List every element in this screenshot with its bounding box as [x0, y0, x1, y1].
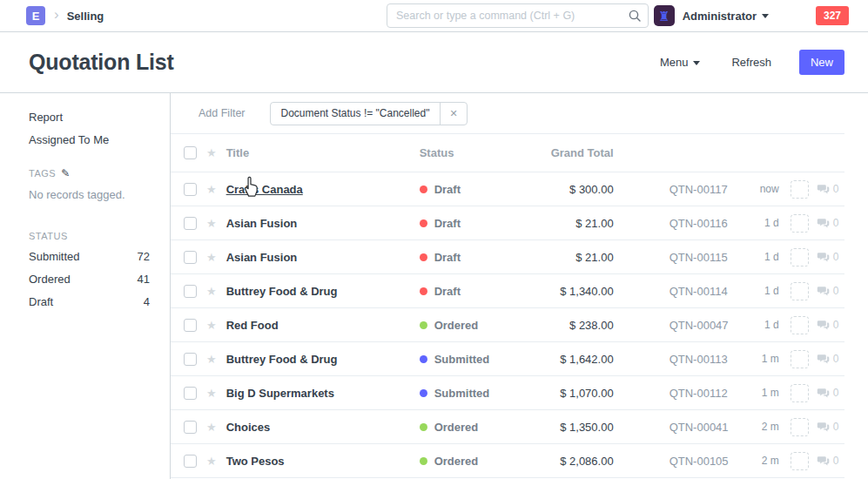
- table-row[interactable]: ★ Buttrey Food & Drug Submitted $ 1,642.…: [171, 342, 844, 376]
- row-checkbox[interactable]: [184, 251, 197, 264]
- comment-count: 0: [833, 183, 839, 195]
- status-dot-icon: [420, 321, 427, 329]
- status-indicator: Submitted: [420, 353, 535, 366]
- modified-time: 1 d: [730, 319, 779, 331]
- quotation-id-link[interactable]: QTN-00041: [670, 421, 730, 434]
- quotation-id-link[interactable]: QTN-00115: [670, 251, 730, 264]
- status-label: Ordered: [434, 455, 479, 468]
- status-label: Ordered: [434, 421, 479, 434]
- row-checkbox[interactable]: [184, 387, 197, 400]
- status-label: Ordered: [434, 319, 479, 332]
- breadcrumb[interactable]: Selling: [67, 10, 104, 23]
- global-search: [387, 3, 649, 28]
- table-row[interactable]: ★ Big D Supermarkets Submitted $ 1,070.0…: [171, 376, 844, 410]
- assignment-placeholder[interactable]: [791, 452, 809, 470]
- remove-filter-icon[interactable]: ✕: [440, 103, 466, 125]
- star-icon[interactable]: ★: [206, 184, 217, 195]
- comment-count: 0: [833, 285, 839, 297]
- row-checkbox[interactable]: [184, 217, 197, 230]
- star-icon[interactable]: ★: [206, 218, 217, 229]
- sidebar-status-submitted[interactable]: Submitted 72: [29, 250, 150, 263]
- star-icon[interactable]: ★: [206, 388, 217, 399]
- row-checkbox[interactable]: [184, 285, 197, 298]
- assignment-placeholder[interactable]: [791, 418, 809, 436]
- star-icon[interactable]: ★: [206, 320, 217, 331]
- row-checkbox[interactable]: [184, 319, 197, 332]
- sidebar-item-assigned-to-me[interactable]: Assigned To Me: [29, 133, 149, 146]
- navbar: E › Selling ♜ Administrator 327: [0, 0, 868, 32]
- app-logo[interactable]: E: [26, 6, 45, 25]
- table-row[interactable]: ★ Choices Ordered $ 1,350.00 QTN-00041 2…: [171, 410, 844, 444]
- row-checkbox[interactable]: [184, 183, 197, 196]
- status-dot-icon: [420, 287, 427, 295]
- row-title-link[interactable]: Asian Fusion: [226, 217, 298, 230]
- quotation-id-link[interactable]: QTN-00114: [670, 285, 730, 298]
- table-row[interactable]: ★ Crafts Canada Draft $ 300.00 QTN-00117…: [171, 172, 844, 206]
- assignment-placeholder[interactable]: [791, 384, 809, 402]
- modified-time: now: [730, 183, 779, 195]
- row-title-link[interactable]: Red Food: [226, 319, 279, 332]
- grand-total-value: $ 1,070.00: [535, 387, 614, 400]
- row-title-link[interactable]: Choices: [226, 421, 271, 434]
- user-avatar[interactable]: ♜: [654, 5, 675, 26]
- add-filter-button[interactable]: Add Filter: [198, 107, 246, 119]
- quotation-id-link[interactable]: QTN-00105: [670, 455, 730, 468]
- row-title-link[interactable]: Two Pesos: [226, 455, 285, 468]
- quotation-id-link[interactable]: QTN-00117: [670, 183, 730, 196]
- status-dot-icon: [420, 389, 427, 397]
- quotation-id-link[interactable]: QTN-00047: [670, 319, 730, 332]
- sidebar-status-ordered[interactable]: Ordered 41: [29, 273, 150, 286]
- status-dot-icon: [420, 219, 427, 227]
- menu-button[interactable]: Menu: [660, 56, 701, 69]
- list-rows: ★ Crafts Canada Draft $ 300.00 QTN-00117…: [171, 172, 844, 478]
- status-label: Draft: [434, 217, 461, 230]
- search-input[interactable]: [387, 3, 649, 28]
- quotation-id-link[interactable]: QTN-00113: [670, 353, 730, 366]
- tags-empty-text: No records tagged.: [29, 188, 149, 201]
- star-icon[interactable]: ★: [206, 286, 217, 297]
- filter-chip-label[interactable]: Document Status != "Cancelled": [271, 103, 441, 125]
- comment-icon: [817, 455, 830, 467]
- row-title-link[interactable]: Asian Fusion: [226, 251, 298, 264]
- row-title-link[interactable]: Crafts Canada: [226, 183, 303, 196]
- row-checkbox[interactable]: [184, 455, 197, 468]
- table-row[interactable]: ★ Two Pesos Ordered $ 2,086.00 QTN-00105…: [171, 444, 844, 478]
- assignment-placeholder[interactable]: [791, 248, 809, 266]
- assignment-placeholder[interactable]: [791, 282, 809, 300]
- table-row[interactable]: ★ Buttrey Food & Drug Draft $ 1,340.00 Q…: [171, 274, 844, 308]
- row-title-link[interactable]: Buttrey Food & Drug: [226, 285, 338, 298]
- assignment-placeholder[interactable]: [791, 350, 809, 368]
- star-icon[interactable]: ★: [206, 252, 217, 263]
- notification-badge[interactable]: 327: [816, 6, 849, 25]
- assignment-placeholder[interactable]: [791, 316, 809, 334]
- status-dot-icon: [420, 355, 427, 363]
- edit-tags-icon[interactable]: ✎: [61, 167, 71, 179]
- quotation-id-link[interactable]: QTN-00116: [670, 217, 730, 230]
- assignment-placeholder[interactable]: [791, 180, 809, 199]
- grand-total-value: $ 1,340.00: [535, 285, 614, 298]
- modified-time: 2 m: [730, 421, 779, 433]
- row-title-link[interactable]: Big D Supermarkets: [226, 387, 334, 400]
- sidebar-item-report[interactable]: Report: [29, 111, 149, 124]
- quotation-id-link[interactable]: QTN-00112: [670, 387, 730, 400]
- row-checkbox[interactable]: [184, 421, 197, 434]
- row-checkbox[interactable]: [184, 353, 197, 366]
- row-title-link[interactable]: Buttrey Food & Drug: [226, 353, 338, 366]
- table-row[interactable]: ★ Asian Fusion Draft $ 21.00 QTN-00116 1…: [171, 206, 844, 240]
- select-all-checkbox[interactable]: [184, 146, 197, 159]
- star-icon[interactable]: ★: [206, 147, 217, 159]
- assignment-placeholder[interactable]: [791, 214, 809, 233]
- comment-icon: [817, 252, 830, 263]
- star-icon[interactable]: ★: [206, 354, 217, 365]
- list-header-row: ★ Title Status Grand Total: [171, 134, 844, 172]
- list-sidebar: Report Assigned To Me TAGS✎ No records t…: [0, 93, 171, 479]
- sidebar-status-draft[interactable]: Draft 4: [29, 295, 150, 308]
- refresh-button[interactable]: Refresh: [731, 56, 771, 69]
- table-row[interactable]: ★ Asian Fusion Draft $ 21.00 QTN-00115 1…: [171, 240, 844, 274]
- table-row[interactable]: ★ Red Food Ordered $ 238.00 QTN-00047 1 …: [171, 308, 844, 342]
- star-icon[interactable]: ★: [206, 422, 217, 433]
- status-indicator: Draft: [420, 183, 535, 196]
- new-button[interactable]: New: [799, 50, 844, 75]
- user-menu[interactable]: Administrator: [675, 8, 769, 24]
- star-icon[interactable]: ★: [206, 455, 217, 467]
